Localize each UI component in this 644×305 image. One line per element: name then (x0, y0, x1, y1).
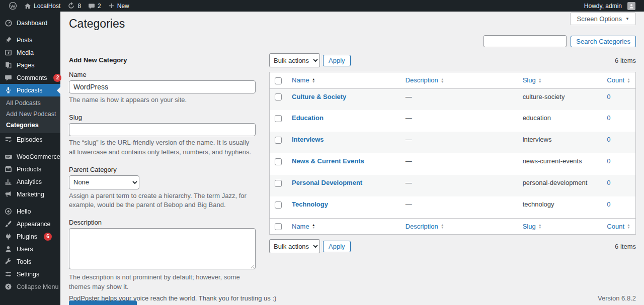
admin-sidebar: Dashboard Posts Media Pages Comments 2 P… (0, 12, 60, 305)
plugins-count-badge: 6 (44, 233, 52, 241)
description-label: Description (69, 219, 256, 226)
category-slug: culture-society (518, 88, 602, 110)
sidebar-item-tools[interactable]: Tools (0, 255, 60, 268)
bulk-actions-select[interactable]: Bulk actions (269, 239, 320, 253)
row-checkbox[interactable] (275, 158, 282, 165)
sidebar-item-categories[interactable]: Categories (0, 120, 60, 131)
sort-by-count[interactable]: Count▲▼ (607, 76, 630, 84)
apply-button[interactable]: Apply (323, 241, 351, 252)
sidebar-item-add-new-podcast[interactable]: Add New Podcast (0, 109, 60, 120)
form-heading: Add New Category (69, 56, 256, 64)
sidebar-item-label: Media (17, 49, 34, 56)
episodes-icon (4, 135, 13, 144)
bulk-actions-select[interactable]: Bulk actions (269, 53, 320, 67)
category-name-field[interactable] (69, 80, 256, 93)
sidebar-item-label: Pages (17, 62, 34, 69)
category-description-field[interactable] (69, 228, 256, 269)
comments-menu[interactable]: 2 (85, 0, 105, 12)
row-checkbox[interactable] (275, 93, 282, 100)
sort-by-description[interactable]: Description▲▼ (406, 76, 444, 84)
site-name-menu[interactable]: LocalHost (21, 0, 64, 12)
category-count-link[interactable]: 0 (607, 179, 610, 186)
new-content-menu[interactable]: New (105, 0, 133, 12)
screen-options-button[interactable]: Screen Options ▼ (570, 13, 636, 25)
plus-icon (108, 3, 115, 9)
category-name-link[interactable]: Interviews (292, 136, 324, 143)
category-count-link[interactable]: 0 (607, 136, 610, 143)
menu-separator (0, 200, 60, 205)
media-icon (4, 48, 13, 57)
column-header-label: Name (292, 76, 309, 84)
parent-category-select[interactable]: None (69, 175, 139, 189)
sidebar-item-podcasts[interactable]: Podcasts (0, 84, 60, 96)
sidebar-item-label: Appearance (17, 221, 50, 228)
plus-circle-icon (4, 207, 13, 216)
category-name-link[interactable]: Education (292, 114, 324, 122)
items-count: 6 items (615, 243, 636, 250)
sidebar-item-pages[interactable]: Pages (0, 59, 60, 71)
row-checkbox[interactable] (275, 201, 282, 209)
table-row: Personal Development — personal-developm… (270, 175, 636, 196)
sidebar-item-appearance[interactable]: Appearance (0, 218, 60, 230)
items-count: 6 items (615, 57, 636, 64)
sidebar-item-all-podcasts[interactable]: All Podcasts (0, 97, 60, 109)
category-description: — (400, 175, 518, 196)
search-input[interactable] (484, 35, 567, 47)
wordpress-logo-menu[interactable] (5, 0, 21, 12)
sidebar-item-woocommerce[interactable]: WooCommerce (0, 150, 60, 163)
comments-icon (4, 73, 13, 82)
sidebar-item-posts[interactable]: Posts (0, 34, 60, 46)
sidebar-item-label: Episodes (17, 136, 42, 143)
category-name-link[interactable]: Technology (292, 200, 328, 208)
collapse-menu-button[interactable]: Collapse Menu (0, 280, 60, 293)
row-checkbox[interactable] (275, 137, 282, 144)
sidebar-item-dashboard[interactable]: Dashboard (0, 17, 60, 29)
sidebar-item-label: Dashboard (17, 20, 47, 27)
sidebar-item-products[interactable]: Products (0, 163, 60, 175)
sidebar-item-episodes[interactable]: Episodes (0, 133, 60, 146)
category-slug: interviews (518, 132, 602, 153)
sort-by-slug[interactable]: Slug▲▼ (523, 76, 542, 84)
sidebar-item-label: Products (17, 166, 41, 173)
sidebar-item-marketing[interactable]: Marketing (0, 188, 60, 200)
category-name-link[interactable]: Culture & Society (292, 93, 346, 100)
sidebar-item-users[interactable]: Users (0, 243, 60, 255)
sort-by-description[interactable]: Description▲▼ (406, 223, 444, 230)
my-account-menu[interactable]: Howdy, admin (581, 0, 639, 12)
sort-by-name[interactable]: Name▲▼ (292, 76, 315, 84)
category-count-link[interactable]: 0 (607, 93, 610, 100)
description-help-text: The description is not prominent by defa… (69, 273, 256, 292)
search-categories-button[interactable]: Search Categories (571, 36, 636, 47)
category-count-link[interactable]: 0 (607, 157, 610, 165)
sidebar-item-analytics[interactable]: Analytics (0, 175, 60, 188)
sidebar-item-label: Tools (17, 258, 31, 265)
sort-by-count[interactable]: Count▲▼ (607, 223, 630, 230)
category-count-link[interactable]: 0 (607, 114, 610, 122)
select-all-checkbox[interactable] (275, 77, 282, 84)
updates-menu[interactable]: 8 (64, 0, 85, 12)
categories-table: Name▲▼ Description▲▼ Slug▲▼ Count▲▼ Cult… (269, 72, 636, 235)
select-all-checkbox[interactable] (275, 223, 282, 230)
category-slug: technology (518, 196, 602, 218)
sidebar-item-label: Plugins (17, 233, 37, 240)
category-slug-field[interactable] (69, 123, 256, 136)
sort-by-name[interactable]: Name▲▼ (292, 223, 315, 230)
version-label: Version 6.8.2 (598, 294, 636, 302)
category-count-link[interactable]: 0 (607, 200, 610, 208)
category-name-link[interactable]: Personal Development (292, 179, 362, 186)
apply-button[interactable]: Apply (323, 55, 351, 66)
collapse-arrow-icon (4, 282, 13, 291)
sidebar-item-comments[interactable]: Comments 2 (0, 71, 60, 84)
name-help-text: The name is how it appears on your site. (69, 95, 256, 105)
row-checkbox[interactable] (275, 180, 282, 187)
row-checkbox[interactable] (275, 115, 282, 122)
table-row: Interviews — interviews 0 (270, 132, 636, 153)
wordpress-logo-icon (9, 2, 17, 10)
sidebar-item-media[interactable]: Media (0, 46, 60, 59)
table-row: Education — education 0 (270, 110, 636, 132)
sidebar-item-plugins[interactable]: Plugins 6 (0, 230, 60, 243)
sidebar-item-settings[interactable]: Settings (0, 268, 60, 280)
category-name-link[interactable]: News & Current Events (292, 157, 364, 165)
sidebar-item-hello[interactable]: Hello (0, 205, 60, 218)
sort-by-slug[interactable]: Slug▲▼ (523, 223, 542, 230)
